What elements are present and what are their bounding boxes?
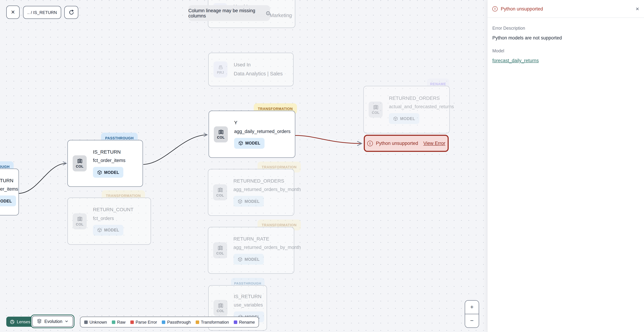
model-chip[interactable]: MODEL <box>234 196 264 207</box>
edge-kind-legend: Unknown Raw Parse Error Passthrough Tran… <box>80 317 259 328</box>
node-subtitle: use_variables <box>234 302 262 308</box>
refresh-button[interactable] <box>64 6 78 19</box>
node-y-agg-daily-returned-orders[interactable]: TRANSFORMATION COL Y agg_daily_returned_… <box>208 111 295 158</box>
error-description-label: Error Description <box>492 26 639 31</box>
model-chip[interactable]: MODEL <box>389 113 419 124</box>
breadcrumb[interactable]: .. / IS_RETURN <box>23 6 61 19</box>
column-type-chip: COL <box>213 184 227 200</box>
column-type-chip: COL <box>213 242 227 258</box>
node-subtitle: actual_and_forecasted_returns <box>389 104 444 110</box>
node-title: IS_RETURN <box>93 149 126 155</box>
legend-item-passthrough: Passthrough <box>162 320 191 325</box>
model-chip[interactable]: MODEL <box>0 196 16 206</box>
model-chip[interactable]: MODEL <box>93 225 123 236</box>
cube-icon <box>393 116 398 121</box>
panel-title: Python unsupported <box>501 6 543 11</box>
node-used-in-sales[interactable]: PRJ Used In Data Analytics | Sales <box>208 53 294 86</box>
error-side-panel: ! Python unsupported × Error Description… <box>487 0 644 332</box>
columns-icon <box>218 303 223 308</box>
edge-error <box>295 135 362 143</box>
column-type-chip: COL <box>214 126 228 142</box>
columns-icon <box>77 158 82 164</box>
legend-swatch <box>196 320 199 324</box>
legend-swatch <box>130 320 134 324</box>
view-error-link[interactable]: View Error <box>423 141 445 146</box>
columns-icon <box>218 187 223 193</box>
panel-header: ! Python unsupported × <box>488 0 644 18</box>
lenses-icon <box>10 319 15 324</box>
node-returned-orders-agg-by-month[interactable]: TRANSFORMATION COL RETURNED_ORDERS agg_r… <box>208 169 294 216</box>
node-title: Used In <box>234 62 283 68</box>
legend-swatch <box>162 320 166 324</box>
legend-item-parse-error: Parse Error <box>130 320 157 325</box>
node-is-return-fct-order-items-offscreen[interactable]: PASSTHROUGH COL IS_RETURN fct_order_item… <box>0 169 19 215</box>
node-subtitle: agg_daily_returned_orders <box>234 128 290 135</box>
zoom-controls: + − <box>465 300 479 328</box>
edge-main <box>143 135 207 164</box>
cube-icon <box>238 257 242 262</box>
node-title: RETURN_COUNT <box>93 207 134 213</box>
column-type-chip: COL <box>73 155 87 171</box>
node-returned-orders-actual-and-forecasted[interactable]: RENAME COL RETURNED_ORDERS actual_and_fo… <box>364 86 450 133</box>
node-title: RETURNED_ORDERS <box>389 95 444 101</box>
cube-icon <box>97 170 102 175</box>
column-type-chip: COL <box>214 300 228 316</box>
column-type-chip: COL <box>369 102 383 118</box>
columns-icon <box>218 129 224 135</box>
lineage-canvas[interactable]: PASSTHROUGH COL IS_RETURN fct_order_item… <box>0 0 487 332</box>
zoom-out-button[interactable]: − <box>465 314 479 328</box>
lens-select-button[interactable]: Evolution <box>32 316 73 327</box>
cube-icon <box>97 228 102 233</box>
refresh-icon <box>68 9 74 15</box>
node-subtitle: agg_returned_orders_by_month <box>234 245 289 251</box>
project-icon <box>218 65 223 70</box>
node-title: RETURNED_ORDERS <box>234 178 289 184</box>
node-subtitle: Data Analytics | Sales <box>234 70 283 77</box>
columns-icon <box>218 245 223 251</box>
node-subtitle: fct_order_items <box>93 158 126 164</box>
cube-icon <box>238 141 243 146</box>
error-description-value: Python models are not supported <box>492 35 639 40</box>
error-circle-icon: ! <box>492 6 498 11</box>
columns-icon <box>373 105 378 110</box>
node-title: Y <box>234 120 290 126</box>
legend-item-unknown: Unknown <box>84 320 107 325</box>
model-chip[interactable]: MODEL <box>93 167 123 178</box>
node-return-count[interactable]: TRANSFORMATION COL RETURN_COUNT fct_orde… <box>68 198 151 245</box>
lineage-warning-banner: Column lineage may be missing columns <box>188 5 270 21</box>
legend-item-transformation: Transformation <box>196 320 229 325</box>
node-return-rate[interactable]: TRANSFORMATION COL RETURN_RATE agg_retur… <box>208 227 294 274</box>
legend-swatch <box>84 320 88 324</box>
model-chip[interactable]: MODEL <box>234 254 264 265</box>
legend-swatch <box>234 320 237 324</box>
node-is-return-fct-order-items[interactable]: PASSTHROUGH COL IS_RETURN fct_order_item… <box>68 140 143 187</box>
node-subtitle: fct_order_items <box>0 186 14 192</box>
model-label: Model <box>492 48 639 53</box>
lineage-app: PASSTHROUGH COL IS_RETURN fct_order_item… <box>0 0 644 332</box>
node-subtitle: fct_orders <box>93 215 134 222</box>
close-lineage-button[interactable]: × <box>6 5 20 19</box>
legend-item-raw: Raw <box>112 320 126 325</box>
lenses-button[interactable]: Lenses <box>6 317 34 327</box>
node-python-unsupported-error[interactable]: ! Python unsupported View Error <box>364 135 449 152</box>
model-link[interactable]: forecast_daily_returns <box>492 58 539 63</box>
node-title: IS_RETURN <box>234 294 262 300</box>
edge-upstream <box>19 163 66 193</box>
node-subtitle: agg_returned_orders_by_month <box>234 187 289 193</box>
lens-select-focus-ring: Evolution <box>31 315 74 328</box>
cube-icon <box>238 199 242 204</box>
chevron-down-icon <box>65 320 69 323</box>
legend-swatch <box>112 320 115 324</box>
node-title: RETURN_RATE <box>234 236 289 242</box>
column-type-chip: COL <box>73 213 87 229</box>
layers-icon <box>37 319 42 324</box>
node-title: IS_RETURN <box>0 178 14 184</box>
panel-close-icon[interactable]: × <box>636 6 639 12</box>
zoom-in-button[interactable]: + <box>465 301 479 314</box>
legend-item-rename: Rename <box>234 320 255 325</box>
banner-text: Column lineage may be missing columns <box>188 8 264 18</box>
error-circle-icon: ! <box>367 140 373 146</box>
model-chip[interactable]: MODEL <box>234 138 264 149</box>
info-icon[interactable] <box>266 11 270 15</box>
project-type-chip: PRJ <box>214 61 228 77</box>
